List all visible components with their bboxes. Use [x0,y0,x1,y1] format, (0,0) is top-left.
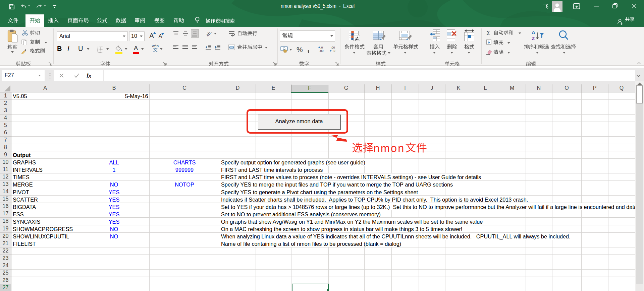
svg-text:A: A [532,29,535,35]
svg-text:.00: .00 [319,49,324,53]
svg-text:ab: ab [205,31,212,37]
svg-text:.00: .00 [331,46,335,49]
svg-text:Z: Z [532,35,535,41]
svg-text:.0: .0 [333,49,335,53]
svg-text:.0: .0 [320,46,323,49]
